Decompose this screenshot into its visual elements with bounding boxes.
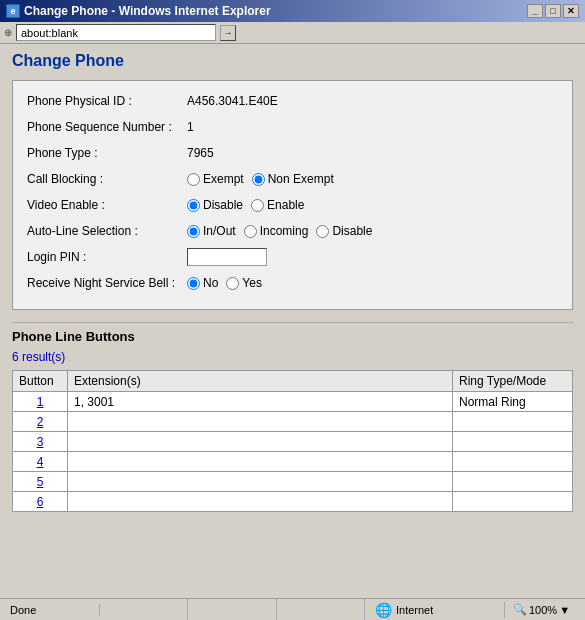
night-no-label: No: [203, 276, 218, 290]
phone-type-value: 7965: [187, 146, 214, 160]
auto-incoming-radio[interactable]: [244, 225, 257, 238]
globe-icon: 🌐: [375, 602, 392, 618]
address-input[interactable]: [16, 24, 216, 41]
night-yes-radio[interactable]: [226, 277, 239, 290]
cell-button: 5: [13, 472, 68, 492]
call-blocking-row: Call Blocking : Exempt Non Exempt: [27, 169, 558, 189]
phone-type-row: Phone Type : 7965: [27, 143, 558, 163]
restore-button[interactable]: □: [545, 4, 561, 18]
call-blocking-options: Exempt Non Exempt: [187, 172, 334, 186]
login-pin-input[interactable]: [187, 248, 267, 266]
cell-button: 6: [13, 492, 68, 512]
go-button[interactable]: →: [220, 25, 236, 41]
title-bar: e Change Phone - Windows Internet Explor…: [0, 0, 585, 22]
minimize-button[interactable]: _: [527, 4, 543, 18]
video-disable-label: Disable: [203, 198, 243, 212]
cell-ring-type: Normal Ring: [453, 392, 573, 412]
video-enable-radio[interactable]: [251, 199, 264, 212]
auto-disable-option[interactable]: Disable: [316, 224, 372, 238]
auto-in-out-option[interactable]: In/Out: [187, 224, 236, 238]
night-no-radio[interactable]: [187, 277, 200, 290]
phone-sequence-row: Phone Sequence Number : 1: [27, 117, 558, 137]
nav-icon: ⊕: [4, 27, 12, 38]
auto-line-options: In/Out Incoming Disable: [187, 224, 372, 238]
call-blocking-exempt-label: Exempt: [203, 172, 244, 186]
phone-type-label: Phone Type :: [27, 146, 187, 160]
zoom-icon: 🔍: [513, 603, 527, 616]
table-row: 5: [13, 472, 573, 492]
auto-in-out-label: In/Out: [203, 224, 236, 238]
login-pin-row: Login PIN :: [27, 247, 558, 267]
phone-physical-id-row: Phone Physical ID : A456.3041.E40E: [27, 91, 558, 111]
night-service-label: Receive Night Service Bell :: [27, 276, 187, 290]
login-pin-label: Login PIN :: [27, 250, 187, 264]
table-row: 4: [13, 452, 573, 472]
close-button[interactable]: ✕: [563, 4, 579, 18]
table-row: 6: [13, 492, 573, 512]
video-disable-radio[interactable]: [187, 199, 200, 212]
cell-extensions: [68, 472, 453, 492]
window-controls: _ □ ✕: [527, 4, 579, 18]
app-icon: e: [6, 4, 20, 18]
cell-extensions: [68, 452, 453, 472]
auto-incoming-option[interactable]: Incoming: [244, 224, 309, 238]
phone-physical-id-value: A456.3041.E40E: [187, 94, 278, 108]
phone-line-section-title: Phone Line Buttons: [12, 322, 573, 344]
window-title: Change Phone - Windows Internet Explorer: [24, 4, 271, 18]
status-spacer-1: [100, 599, 188, 620]
video-enable-row: Video Enable : Disable Enable: [27, 195, 558, 215]
button-link[interactable]: 6: [37, 495, 44, 509]
auto-incoming-label: Incoming: [260, 224, 309, 238]
video-enable-option[interactable]: Enable: [251, 198, 304, 212]
cell-extensions: [68, 432, 453, 452]
phone-physical-id-label: Phone Physical ID :: [27, 94, 187, 108]
status-bar: Done 🌐 Internet 🔍 100% ▼: [0, 598, 585, 620]
cell-ring-type: [453, 472, 573, 492]
auto-line-row: Auto-Line Selection : In/Out Incoming Di…: [27, 221, 558, 241]
auto-disable-radio[interactable]: [316, 225, 329, 238]
cell-extensions: [68, 492, 453, 512]
content-area: Change Phone Phone Physical ID : A456.30…: [0, 44, 585, 598]
col-ring-type: Ring Type/Mode: [453, 371, 573, 392]
night-yes-option[interactable]: Yes: [226, 276, 262, 290]
call-blocking-exempt-radio[interactable]: [187, 173, 200, 186]
col-button: Button: [13, 371, 68, 392]
video-enable-label: Enable: [267, 198, 304, 212]
night-service-options: No Yes: [187, 276, 262, 290]
button-link[interactable]: 2: [37, 415, 44, 429]
button-link[interactable]: 3: [37, 435, 44, 449]
call-blocking-non-exempt-option[interactable]: Non Exempt: [252, 172, 334, 186]
table-row: 2: [13, 412, 573, 432]
cell-button: 2: [13, 412, 68, 432]
phone-line-table: Button Extension(s) Ring Type/Mode 11, 3…: [12, 370, 573, 512]
table-row: 3: [13, 432, 573, 452]
video-enable-options: Disable Enable: [187, 198, 304, 212]
night-no-option[interactable]: No: [187, 276, 218, 290]
form-box: Phone Physical ID : A456.3041.E40E Phone…: [12, 80, 573, 310]
cell-ring-type: [453, 432, 573, 452]
night-yes-label: Yes: [242, 276, 262, 290]
video-enable-label: Video Enable :: [27, 198, 187, 212]
page-title: Change Phone: [12, 52, 573, 70]
auto-in-out-radio[interactable]: [187, 225, 200, 238]
cell-ring-type: [453, 412, 573, 432]
phone-sequence-value: 1: [187, 120, 194, 134]
button-link[interactable]: 5: [37, 475, 44, 489]
cell-ring-type: [453, 492, 573, 512]
button-link[interactable]: 1: [37, 395, 44, 409]
table-row: 11, 3001Normal Ring: [13, 392, 573, 412]
cell-extensions: [68, 412, 453, 432]
call-blocking-non-exempt-radio[interactable]: [252, 173, 265, 186]
phone-sequence-label: Phone Sequence Number :: [27, 120, 187, 134]
button-link[interactable]: 4: [37, 455, 44, 469]
call-blocking-exempt-option[interactable]: Exempt: [187, 172, 244, 186]
col-extensions: Extension(s): [68, 371, 453, 392]
cell-button: 4: [13, 452, 68, 472]
cell-button: 3: [13, 432, 68, 452]
results-count: 6 result(s): [12, 350, 573, 364]
cell-extensions: 1, 3001: [68, 392, 453, 412]
zoom-level: 100%: [529, 604, 557, 616]
video-disable-option[interactable]: Disable: [187, 198, 243, 212]
zoom-dropdown-icon[interactable]: ▼: [559, 604, 570, 616]
status-spacer-3: [277, 599, 365, 620]
